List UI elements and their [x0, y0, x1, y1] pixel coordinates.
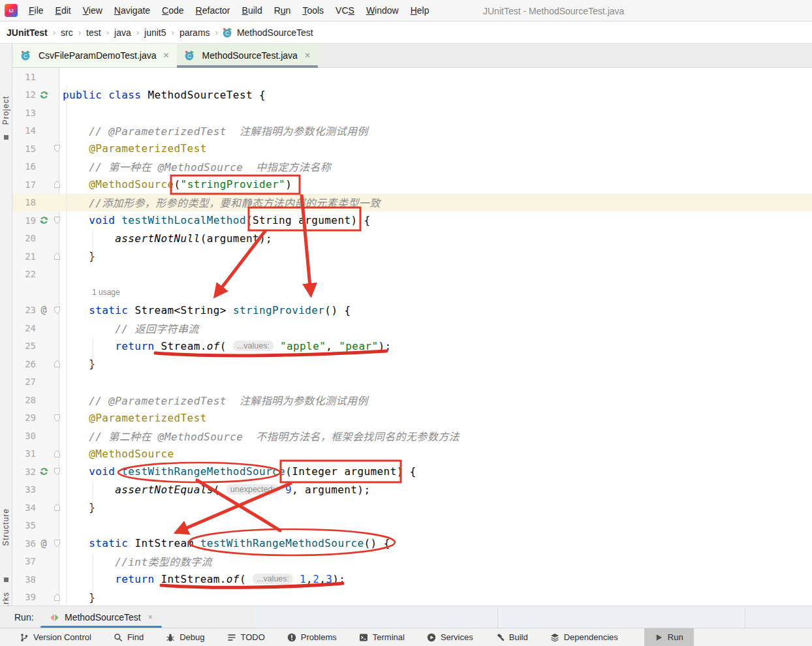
- status-item-run[interactable]: Run: [644, 628, 694, 646]
- at-gutter-icon[interactable]: @: [36, 304, 52, 316]
- line-number: 16: [12, 161, 36, 172]
- code-line-25: 25 return Stream.of( ...values: "apple",…: [12, 337, 812, 356]
- tab-label: CsvFileParamDemoTest.java: [39, 50, 157, 61]
- status-item-debug[interactable]: Debug: [166, 628, 204, 646]
- run-test-icon[interactable]: [36, 467, 52, 476]
- code-text: @MethodSource: [63, 448, 174, 460]
- status-services-icon: [427, 633, 436, 642]
- status-terminal-icon: [359, 633, 368, 642]
- code-line-14: 14 // @ParameterizedTest 注解指明为参数化测试用例: [12, 122, 812, 140]
- run-tab-methodsourcetest[interactable]: MethodSourceTest ×: [40, 606, 162, 628]
- fold-up-icon[interactable]: [52, 593, 63, 602]
- status-item-build[interactable]: Build: [495, 628, 528, 646]
- usage-hint[interactable]: 1 usage: [63, 288, 120, 297]
- project-stripe-icon[interactable]: [4, 135, 8, 140]
- fold-up-icon[interactable]: [52, 360, 63, 368]
- editor-tab-csvfileparamdemotest-java[interactable]: CCsvFileParamDemoTest.java✕: [13, 44, 177, 67]
- usage-hint-row: 1 usage: [12, 283, 812, 301]
- code-line-24: 24 // 返回字符串流: [12, 319, 812, 337]
- fold-down-icon[interactable]: [52, 539, 63, 547]
- code-text: }: [63, 358, 95, 370]
- code-text: static Stream<String> stringProvider() {: [63, 304, 351, 316]
- status-item-label: Services: [441, 632, 473, 642]
- breadcrumb-item-junittest[interactable]: JUnitTest: [5, 27, 49, 38]
- menu-window[interactable]: Window: [360, 5, 405, 16]
- at-gutter-icon[interactable]: @: [36, 538, 52, 549]
- line-number: 24: [12, 323, 36, 333]
- fold-up-icon[interactable]: [52, 252, 63, 260]
- menu-tools[interactable]: Tools: [296, 5, 330, 16]
- status-search-icon: [114, 633, 123, 642]
- status-item-problems[interactable]: Problems: [287, 628, 337, 646]
- breadcrumb-item-java[interactable]: java: [113, 27, 133, 38]
- code-text: // 返回字符串流: [63, 320, 199, 336]
- fold-down-icon[interactable]: [52, 306, 63, 315]
- menu-build[interactable]: Build: [236, 5, 268, 16]
- svg-text:C: C: [23, 53, 27, 59]
- status-layers-icon: [550, 633, 559, 642]
- code-text: }: [63, 250, 95, 262]
- breadcrumb-item-methodsourcetest[interactable]: MethodSourceTest: [236, 27, 315, 38]
- line-number: 29: [12, 412, 36, 423]
- code-text: return IntStream.of( ...values: 1,2,3);: [63, 573, 345, 585]
- svg-text:C: C: [225, 30, 229, 37]
- fold-up-icon[interactable]: [52, 450, 63, 458]
- tab-label: MethodSourceTest.java: [202, 50, 298, 61]
- line-number: 34: [12, 502, 36, 513]
- code-line-32: 32 void testWithRangeMethodSource(Intege…: [12, 463, 812, 481]
- close-icon[interactable]: ✕: [304, 51, 311, 60]
- code-line-13: 13: [12, 104, 812, 122]
- sidebar-item-project[interactable]: Project: [1, 96, 10, 125]
- close-icon[interactable]: ✕: [163, 51, 170, 60]
- code-line-18: 18 //添加形参，形参的类型，要和静态方法内部的元素类型一致: [12, 194, 812, 212]
- menu-edit[interactable]: Edit: [50, 5, 77, 16]
- status-item-services[interactable]: Services: [427, 628, 473, 646]
- menu-file[interactable]: File: [23, 5, 50, 16]
- line-number: 15: [12, 144, 36, 154]
- status-item-terminal[interactable]: Terminal: [359, 628, 405, 646]
- code-line-15: 15 @ParameterizedTest: [12, 140, 812, 158]
- fold-down-icon[interactable]: [52, 414, 63, 422]
- breadcrumb-item-src[interactable]: src: [59, 27, 74, 38]
- breadcrumb-item-params[interactable]: params: [178, 27, 211, 38]
- breadcrumb-separator: ›: [74, 27, 85, 37]
- status-item-todo[interactable]: TODO: [227, 628, 265, 646]
- fold-down-icon[interactable]: [52, 144, 63, 153]
- intellij-logo-icon: IJ: [5, 4, 18, 17]
- code-text: void testWithLocalMethod(String argument…: [63, 214, 371, 226]
- sidebar-item-structure[interactable]: Structure: [1, 508, 10, 546]
- fold-down-icon[interactable]: [52, 216, 63, 224]
- code-line-20: 20 assertNotNull(argument);: [12, 230, 812, 248]
- menu-help[interactable]: Help: [405, 5, 435, 16]
- fold-up-icon[interactable]: [52, 180, 63, 189]
- status-item-label: Problems: [301, 632, 337, 642]
- status-item-version-control[interactable]: Version Control: [20, 628, 91, 646]
- menu-vcs[interactable]: VCS: [330, 5, 360, 16]
- breadcrumb-item-junit5[interactable]: junit5: [143, 27, 167, 38]
- code-editor[interactable]: 1112public class MethodSourceTest {1314 …: [12, 68, 812, 607]
- run-test-icon[interactable]: [36, 90, 52, 100]
- breadcrumb-separator: ›: [49, 27, 59, 37]
- line-number: 25: [12, 341, 36, 351]
- menu-view[interactable]: View: [77, 5, 108, 16]
- close-icon[interactable]: ×: [148, 613, 153, 622]
- fold-down-icon[interactable]: [52, 467, 63, 476]
- line-number: 39: [12, 592, 36, 602]
- code-text: static IntStream testWithRangeMethodSour…: [63, 537, 390, 549]
- editor-tab-methodsourcetest-java[interactable]: CMethodSourceTest.java✕: [177, 44, 318, 67]
- structure-stripe-icon[interactable]: [4, 577, 8, 582]
- code-text: void testWithRangeMethodSource(Integer a…: [63, 465, 416, 478]
- run-test-icon[interactable]: [36, 215, 52, 225]
- code-text: assertNotNull(argument);: [63, 232, 272, 245]
- menu-run[interactable]: Run: [268, 5, 297, 16]
- code-line-37: 37 //int类型的数字流: [12, 553, 812, 571]
- status-item-find[interactable]: Find: [114, 628, 144, 646]
- menu-navigate[interactable]: Navigate: [108, 5, 156, 16]
- menu-refactor[interactable]: Refactor: [190, 5, 236, 16]
- menu-code[interactable]: Code: [156, 5, 189, 16]
- line-number: 23: [12, 305, 36, 315]
- status-item-dependencies[interactable]: Dependencies: [550, 628, 618, 646]
- fold-up-icon[interactable]: [52, 503, 63, 512]
- breadcrumb-item-test[interactable]: test: [85, 27, 102, 38]
- status-item-label: Version Control: [33, 632, 91, 642]
